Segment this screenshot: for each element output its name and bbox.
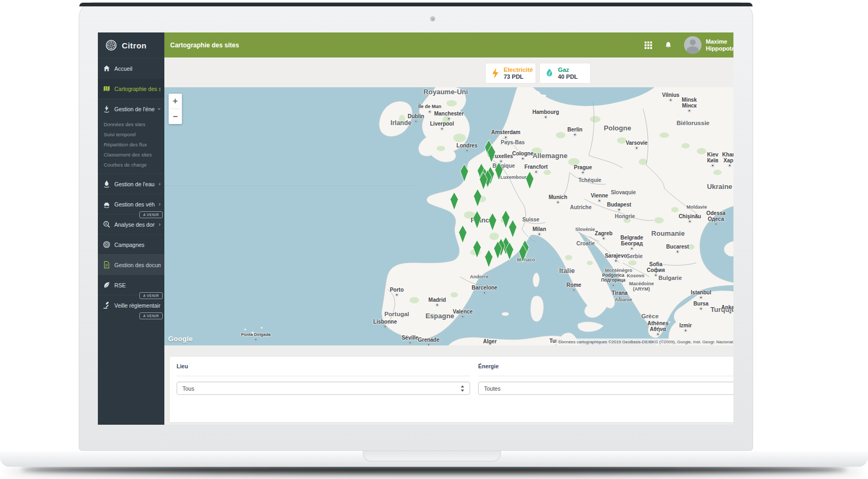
webcam-icon <box>430 16 435 21</box>
map-icon <box>103 85 111 93</box>
filter-divider <box>177 376 470 376</box>
city-dot <box>462 316 464 318</box>
map-zoom-control: + − <box>169 94 182 124</box>
avatar[interactable] <box>684 36 702 54</box>
zoom-in-button[interactable]: + <box>169 94 182 109</box>
user-name: Maxime Hippopota <box>706 38 733 52</box>
city-dot <box>429 111 431 113</box>
filter-label: Énergie <box>478 363 499 369</box>
city-dot <box>436 304 439 307</box>
sidebar-item-rse[interactable]: RSEA VENIR <box>98 275 164 295</box>
site-marker-icon[interactable] <box>472 240 482 258</box>
sidebar-subitem-classement-des-sites[interactable]: Classement des sites <box>98 150 164 160</box>
home-icon <box>103 64 111 72</box>
apps-grid-icon[interactable] <box>644 41 653 49</box>
google-logo[interactable]: Google <box>168 335 193 343</box>
laptop-lid: Citron AccueilCartographie des sitesGest… <box>79 2 753 451</box>
pdl-toolbar: Electricité73 PDLGaz40 PDL <box>164 57 733 87</box>
city-dot <box>483 292 486 294</box>
pdl-value: 40 PDL <box>558 73 578 80</box>
sidebar-subitem-courbes-de-charge[interactable]: Courbes de charge <box>98 160 164 170</box>
filter-select-value: Toutes <box>484 385 500 392</box>
map-attribution: Données cartographiques ©2019 GeoBasis-D… <box>556 338 733 345</box>
laptop-floor-shadow-dark <box>21 466 847 473</box>
bell-icon[interactable] <box>664 41 672 49</box>
bolt-icon <box>491 68 499 79</box>
zoom-out-button[interactable]: − <box>169 109 182 124</box>
pdl-value: 73 PDL <box>504 73 533 80</box>
site-marker-icon[interactable] <box>493 241 503 259</box>
site-marker-icon[interactable] <box>460 163 470 182</box>
filter-group-énergie: ÉnergieToutes <box>478 357 733 422</box>
gas-drop-icon <box>545 68 554 79</box>
city-dot <box>598 200 601 202</box>
sidebar-item-label: RSE <box>114 282 126 288</box>
city-dot <box>505 136 507 139</box>
city-dot <box>655 274 657 277</box>
filter-select-énergie[interactable]: Toutes <box>478 382 733 395</box>
city-dot <box>657 333 660 336</box>
sidebar-item-cartographie-des-sites[interactable]: Cartographie des sites <box>98 78 164 98</box>
laptop-notch <box>363 451 501 462</box>
brand-name: Citron <box>122 41 147 50</box>
city-dot <box>535 171 538 174</box>
site-marker-icon[interactable] <box>488 212 498 231</box>
user-name-line2: Hippopota <box>706 45 733 52</box>
chevron-right-icon: › <box>158 201 161 207</box>
site-marker-icon[interactable] <box>487 144 497 163</box>
city-dot <box>670 99 672 102</box>
city-dot <box>689 220 691 223</box>
chevron-right-icon: › <box>158 181 161 187</box>
site-marker-icon[interactable] <box>473 188 483 207</box>
city-dot <box>700 296 703 299</box>
site-marker-icon[interactable] <box>525 171 535 189</box>
sidebar-item-gestion-de-l-nergie[interactable]: Gestion de l'énergie› <box>98 98 164 119</box>
city-dot <box>466 150 469 152</box>
city-dot <box>712 164 714 167</box>
sidebar-item-label: Gestion de l'eau <box>114 181 155 187</box>
sidebar-item-accueil[interactable]: Accueil <box>98 58 164 78</box>
site-marker-icon[interactable] <box>458 225 468 243</box>
city-dot <box>685 329 687 332</box>
topbar: Cartographie des sites <box>164 32 733 57</box>
city-dot <box>255 338 257 341</box>
sidebar-subitem-donn-es-des-sites[interactable]: Données des sites <box>98 119 164 129</box>
site-marker-icon[interactable] <box>472 210 482 229</box>
sidebar-submenu: Données des sitesSuivi temporelRépartiti… <box>98 119 164 174</box>
lemon-slice-icon <box>105 39 118 52</box>
filter-group-lieu: LieuTous <box>177 357 470 422</box>
site-marker-icon[interactable] <box>479 171 489 190</box>
energy-hand-icon <box>103 105 111 113</box>
filter-label: Lieu <box>177 363 188 369</box>
site-marker-icon[interactable] <box>505 242 515 260</box>
map-canvas[interactable]: Royaume-UniIrlandePays-BasBelgiqueAllema… <box>164 87 733 345</box>
sidebar-subitem-r-partition-des-flux[interactable]: Répartition des flux <box>98 139 164 150</box>
sidebar: Citron AccueilCartographie des sitesGest… <box>98 32 164 425</box>
site-marker-icon[interactable] <box>508 219 518 238</box>
site-marker-icon[interactable] <box>518 244 528 262</box>
page-title: Cartographie des sites <box>164 42 239 49</box>
electricité-pdl-button[interactable]: Electricité73 PDL <box>485 63 536 84</box>
site-marker-icon[interactable] <box>484 249 494 268</box>
city-dot <box>700 308 703 310</box>
select-stepper-icon <box>461 385 464 392</box>
city-dot <box>619 297 621 300</box>
sidebar-item-campagnes[interactable]: Campagnes <box>98 234 164 254</box>
sidebar-item-label: Gestion des documents <box>114 262 161 268</box>
site-marker-icon[interactable] <box>449 192 460 210</box>
city-dot <box>574 134 577 136</box>
filter-select-lieu[interactable]: Tous <box>177 382 470 395</box>
map-base-art <box>164 87 733 345</box>
sidebar-item-label: Campagnes <box>114 242 145 248</box>
city-dot <box>441 128 444 130</box>
gaz-pdl-button[interactable]: Gaz40 PDL <box>539 63 591 84</box>
sidebar-item-gestion-des-v-hicules[interactable]: Gestion des véhicules›A VENIR <box>98 194 164 214</box>
city-dot <box>677 251 679 253</box>
sidebar-subitem-suivi-temporel[interactable]: Suivi temporel <box>98 129 164 139</box>
sidebar-item-gestion-des-documents[interactable]: Gestion des documents <box>98 254 164 275</box>
app-screen: Citron AccueilCartographie des sitesGest… <box>98 32 733 425</box>
vehicle-hand-icon <box>103 200 111 208</box>
sidebar-item-gestion-de-l-eau[interactable]: Gestion de l'eau› <box>98 174 164 194</box>
chevron-down-icon: › <box>157 108 163 110</box>
city-dot <box>636 147 638 150</box>
